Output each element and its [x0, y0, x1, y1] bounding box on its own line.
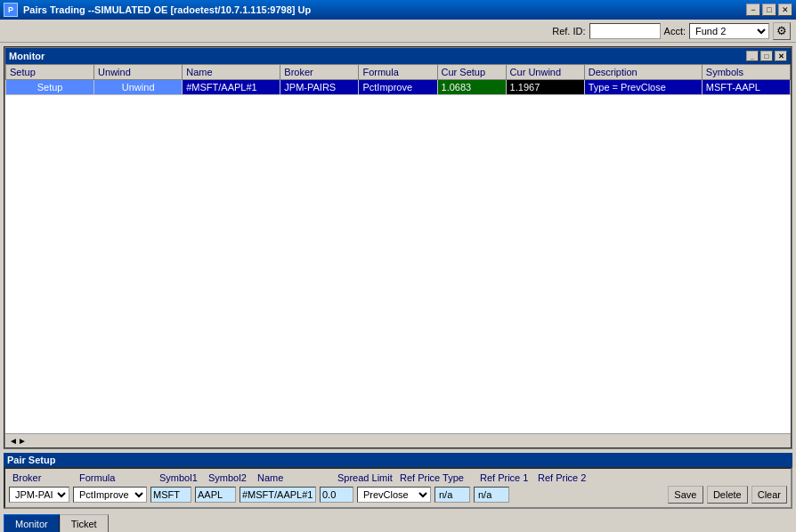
col-header-broker: Broker [280, 65, 359, 80]
ps-col-formula-header: Formula [76, 472, 156, 483]
symbol1-input[interactable] [150, 487, 191, 503]
top-toolbar: Ref. ID: Acct: Fund 2 ⚙ [0, 20, 796, 43]
ps-col-spread-header: Spread Limit [334, 472, 396, 483]
minimize-button[interactable]: − [746, 4, 760, 16]
monitor-title-bar: Monitor _ □ ✕ [5, 48, 791, 64]
col-header-curunwind: Cur Unwind [506, 65, 584, 80]
pair-setup-bar: Pair Setup [4, 453, 792, 467]
monitor-title: Monitor [9, 51, 45, 61]
ps-col-rp1-header: Ref Price 1 [476, 472, 534, 483]
bottom-tabs: Monitor Ticket [4, 514, 792, 532]
title-bar: P Pairs Trading --SIMULATED OE [radoetes… [0, 0, 796, 20]
ref-price-1-display: n/a [435, 487, 470, 503]
cell-setup: Setup [6, 80, 94, 95]
cell-curunwind: 1.1967 [506, 80, 584, 95]
ps-col-rp2-header: Ref Price 2 [534, 472, 592, 483]
ref-id-input[interactable] [589, 23, 661, 39]
cell-cursetup: 1.0683 [437, 80, 506, 95]
monitor-panel: Monitor _ □ ✕ Setup Unwind Name Broker F… [4, 46, 792, 449]
cell-unwind: Unwind [94, 80, 183, 95]
cell-formula: PctImprove [359, 80, 437, 95]
pair-setup-data-row: JPM-PAIRS PctImprove PrevClose n/a n/a S… [9, 486, 787, 504]
scroll-right-icon[interactable]: ► [18, 436, 27, 446]
close-button[interactable]: ✕ [778, 4, 792, 16]
scroll-arrows: ◄ ► [5, 433, 791, 447]
monitor-min-button[interactable]: _ [746, 51, 759, 61]
ps-col-sym1-header: Symbol1 [156, 472, 205, 483]
pair-setup-headers: Broker Formula Symbol1 Symbol2 Name Spre… [9, 472, 787, 483]
col-header-symbols: Symbols [702, 65, 790, 80]
col-header-cursetup: Cur Setup [437, 65, 506, 80]
monitor-tab[interactable]: Monitor [4, 514, 60, 532]
monitor-body: Setup Unwind Name Broker Formula Cur Set… [5, 64, 791, 433]
broker-dropdown[interactable]: JPM-PAIRS [9, 487, 69, 503]
formula-dropdown[interactable]: PctImprove [73, 487, 147, 503]
table-row[interactable]: Setup Unwind #MSFT/AAPL#1 JPM-PAIRS PctI… [6, 80, 791, 95]
bottom-section: Pair Setup Broker Formula Symbol1 Symbol… [4, 449, 792, 509]
save-button[interactable]: Save [668, 486, 703, 504]
app-icon: P [4, 3, 18, 17]
ps-col-sym2-header: Symbol2 [205, 472, 254, 483]
col-header-formula: Formula [359, 65, 437, 80]
ref-price-type-dropdown[interactable]: PrevClose [357, 487, 431, 503]
monitor-close-button[interactable]: ✕ [775, 51, 787, 61]
main-content: Monitor _ □ ✕ Setup Unwind Name Broker F… [0, 43, 796, 532]
acct-label: Acct: [664, 26, 686, 36]
scroll-left-icon[interactable]: ◄ [9, 436, 18, 446]
ticket-tab[interactable]: Ticket [60, 514, 109, 532]
settings-icon[interactable]: ⚙ [773, 22, 791, 40]
monitor-restore-button[interactable]: □ [760, 51, 773, 61]
ps-col-rptype-header: Ref Price Type [396, 472, 476, 483]
title-bar-controls: − □ ✕ [746, 4, 792, 16]
ps-col-broker-header: Broker [9, 472, 76, 483]
cell-symbols: MSFT-AAPL [702, 80, 790, 95]
acct-dropdown[interactable]: Fund 2 [689, 23, 769, 39]
maximize-button[interactable]: □ [762, 4, 776, 16]
cell-name: #MSFT/AAPL#1 [183, 80, 280, 95]
spread-limit-input[interactable] [320, 487, 353, 503]
name-input[interactable] [240, 487, 316, 503]
col-header-name: Name [183, 65, 280, 80]
col-header-setup: Setup [6, 65, 94, 80]
pair-setup-content: Broker Formula Symbol1 Symbol2 Name Spre… [4, 467, 792, 509]
ps-col-name-header: Name [254, 472, 334, 483]
app-title: Pairs Trading --SIMULATED OE [radoetest/… [23, 4, 311, 15]
symbol2-input[interactable] [195, 487, 236, 503]
clear-button[interactable]: Clear [751, 486, 787, 504]
col-header-description: Description [584, 65, 702, 80]
monitor-table: Setup Unwind Name Broker Formula Cur Set… [5, 64, 791, 95]
cell-broker: JPM-PAIRS [280, 80, 359, 95]
ref-price-2-display: n/a [474, 487, 509, 503]
col-header-unwind: Unwind [94, 65, 183, 80]
delete-button[interactable]: Delete [707, 486, 748, 504]
pair-setup-title: Pair Setup [7, 455, 55, 465]
cell-description: Type = PrevClose [584, 80, 702, 95]
ref-id-label: Ref. ID: [552, 26, 585, 36]
